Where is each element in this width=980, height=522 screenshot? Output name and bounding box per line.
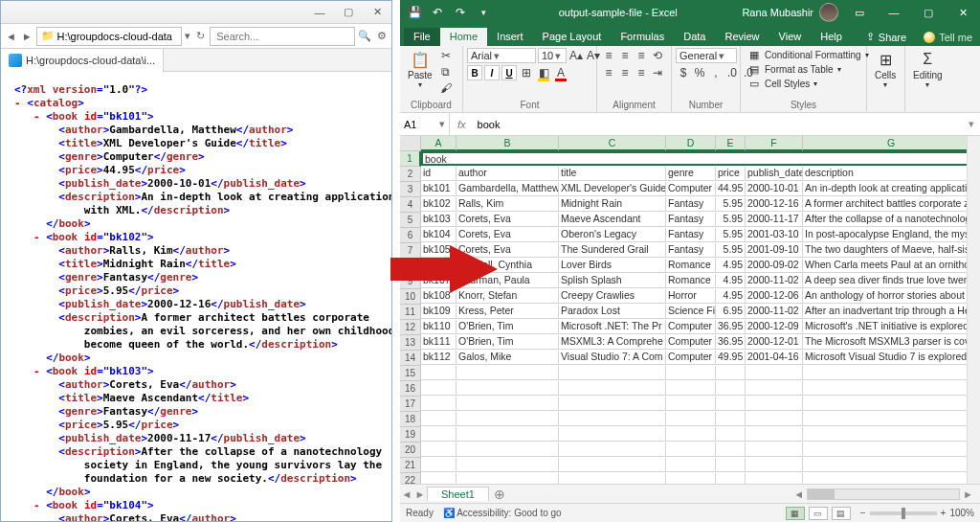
- copy-button[interactable]: ⧉: [438, 64, 454, 79]
- undo-button[interactable]: ↶: [429, 4, 446, 21]
- cell[interactable]: bk110: [421, 320, 457, 334]
- row-header[interactable]: 21: [400, 458, 421, 473]
- cell[interactable]: Horror: [666, 289, 716, 304]
- cell[interactable]: Computer: [666, 351, 716, 365]
- cell[interactable]: [666, 381, 716, 396]
- align-bottom-button[interactable]: ≡: [634, 48, 649, 63]
- cell[interactable]: bk109: [421, 305, 457, 319]
- cell[interactable]: 4.95: [716, 274, 746, 288]
- cell[interactable]: [716, 366, 746, 380]
- cell[interactable]: Gambardella, Matthew: [457, 182, 559, 196]
- row-header[interactable]: 17: [400, 397, 421, 412]
- row-header[interactable]: 22: [400, 473, 421, 484]
- cell[interactable]: Microsoft Visual Studio 7 is explored in…: [803, 351, 980, 365]
- sheet-nav[interactable]: ◄ ►: [400, 488, 427, 500]
- cell[interactable]: [666, 458, 716, 472]
- page-break-view-button[interactable]: ▤: [832, 507, 851, 520]
- cell[interactable]: 2001-04-16: [746, 351, 803, 365]
- comma-button[interactable]: ,: [708, 65, 724, 80]
- cell[interactable]: 36.95: [716, 335, 746, 350]
- row-header[interactable]: 5: [400, 213, 421, 228]
- cell[interactable]: Visual Studio 7: A Com: [559, 351, 666, 365]
- cell[interactable]: [803, 473, 980, 484]
- cut-button[interactable]: ✂: [438, 48, 454, 63]
- cell[interactable]: [746, 366, 803, 380]
- expand-formula-bar[interactable]: ▾: [963, 118, 980, 130]
- cell[interactable]: [421, 412, 457, 426]
- underline-button[interactable]: U: [501, 65, 517, 80]
- ribbon-tab-home[interactable]: Home: [440, 28, 487, 46]
- cell[interactable]: [666, 397, 716, 411]
- cell[interactable]: [746, 473, 803, 484]
- maximize-button[interactable]: ▢: [334, 2, 363, 23]
- cell[interactable]: [666, 427, 716, 442]
- font-name-combo[interactable]: Arial▾: [467, 48, 536, 63]
- cell[interactable]: title: [559, 167, 666, 181]
- cell[interactable]: [746, 412, 803, 426]
- close-button[interactable]: ✕: [946, 0, 980, 25]
- cell[interactable]: bk101: [421, 182, 457, 196]
- cell[interactable]: 2000-11-02: [746, 274, 803, 288]
- cell[interactable]: [421, 381, 457, 396]
- cell[interactable]: [559, 381, 666, 396]
- cell[interactable]: [716, 443, 746, 457]
- cell[interactable]: [559, 366, 666, 380]
- cell[interactable]: [457, 381, 559, 396]
- cell[interactable]: Microsoft .NET: The Pr: [559, 320, 666, 334]
- cell[interactable]: [716, 397, 746, 411]
- cell[interactable]: [666, 366, 716, 380]
- cell[interactable]: 2001-03-10: [746, 228, 803, 242]
- back-button[interactable]: ◄: [4, 26, 18, 47]
- cell[interactable]: Fantasy: [666, 243, 716, 258]
- cell[interactable]: [746, 381, 803, 396]
- cell[interactable]: [746, 458, 803, 472]
- tools-button[interactable]: ⚙: [374, 26, 389, 47]
- editing-button[interactable]: ΣEditing▾: [909, 48, 947, 90]
- cell[interactable]: [559, 473, 666, 484]
- cell[interactable]: genre: [666, 167, 716, 181]
- cell[interactable]: 2000-11-17: [746, 213, 803, 227]
- formula-input[interactable]: [474, 113, 963, 135]
- cell[interactable]: The Sundered Grail: [559, 243, 666, 258]
- cell[interactable]: [716, 458, 746, 472]
- cell[interactable]: The Microsoft MSXML3 parser is covered i…: [803, 335, 980, 350]
- align-left-button[interactable]: ≡: [601, 65, 616, 80]
- percent-button[interactable]: %: [692, 65, 707, 80]
- cell[interactable]: [716, 473, 746, 484]
- status-accessibility[interactable]: ♿ Accessibility: Good to go: [443, 508, 562, 518]
- cell[interactable]: Galos, Mike: [457, 351, 559, 365]
- cell[interactable]: Oberon's Legacy: [559, 228, 666, 242]
- maximize-button[interactable]: ▢: [911, 0, 946, 25]
- cell[interactable]: [803, 397, 980, 411]
- cell[interactable]: [457, 397, 559, 411]
- cell[interactable]: 2000-12-16: [746, 197, 803, 212]
- minimize-button[interactable]: —: [305, 2, 334, 23]
- cell[interactable]: [421, 397, 457, 411]
- row-header[interactable]: 14: [400, 351, 421, 366]
- increase-font-button[interactable]: A▴: [568, 48, 584, 63]
- cell[interactable]: publish_date: [746, 167, 803, 181]
- row-header[interactable]: 20: [400, 443, 421, 458]
- cell[interactable]: price: [716, 167, 746, 181]
- border-button[interactable]: ⊞: [519, 65, 534, 80]
- row-header[interactable]: 19: [400, 427, 421, 443]
- cell[interactable]: [803, 381, 980, 396]
- font-color-button[interactable]: A: [553, 65, 568, 80]
- cell[interactable]: An anthology of horror stories about roa…: [803, 289, 980, 304]
- col-header[interactable]: A: [421, 136, 457, 151]
- cell-styles-button[interactable]: ▭Cell Styles▾: [745, 77, 820, 91]
- cell[interactable]: 6.95: [716, 305, 746, 319]
- cells-button[interactable]: ⊞Cells▾: [871, 48, 900, 90]
- cell[interactable]: [421, 443, 457, 457]
- align-top-button[interactable]: ≡: [601, 48, 616, 63]
- cell[interactable]: Corets, Eva: [457, 228, 559, 242]
- bold-button[interactable]: B: [467, 65, 482, 80]
- cell[interactable]: [666, 473, 716, 484]
- col-header[interactable]: D: [666, 136, 716, 151]
- cell[interactable]: [803, 366, 980, 380]
- col-header[interactable]: B: [457, 136, 559, 151]
- cell[interactable]: [666, 443, 716, 457]
- redo-button[interactable]: ↷: [452, 4, 469, 21]
- share-button[interactable]: ⇪Share: [857, 28, 916, 46]
- row-header[interactable]: 3: [400, 182, 421, 197]
